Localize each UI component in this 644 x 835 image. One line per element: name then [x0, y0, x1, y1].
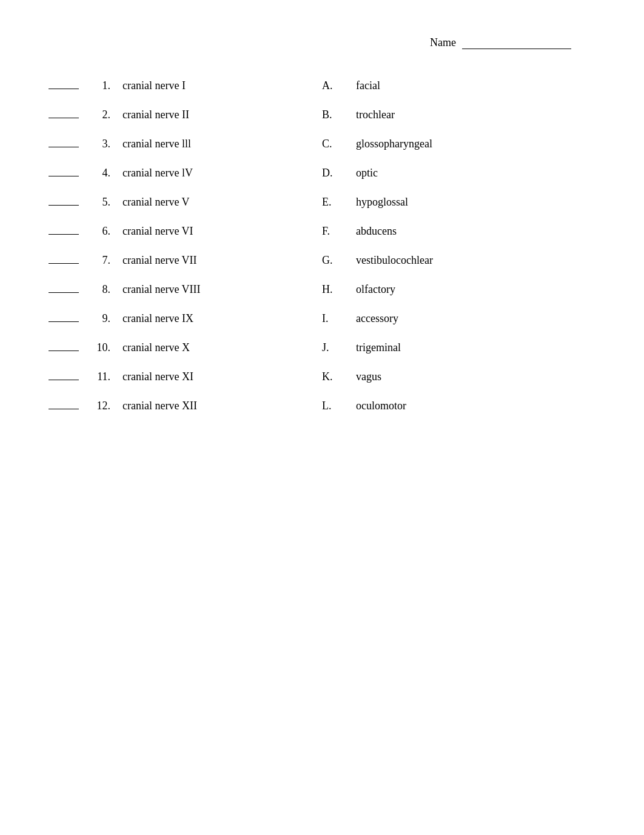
table-row: 8.cranial nerve VIII	[49, 277, 322, 306]
nerve-name: cranial nerve X	[122, 341, 322, 354]
item-number: 7.	[89, 254, 110, 267]
list-item: B.trochlear	[322, 102, 595, 132]
answer-blank[interactable]	[49, 234, 79, 235]
item-number: 11.	[89, 371, 110, 383]
table-row: 10.cranial nerve X	[49, 335, 322, 364]
table-row: 11.cranial nerve XI	[49, 364, 322, 394]
list-item: G.vestibulocochlear	[322, 248, 595, 277]
answer-letter: B.	[322, 109, 344, 121]
answer-name: optic	[356, 167, 595, 179]
item-number: 5.	[89, 196, 110, 209]
nerve-name: cranial nerve XII	[122, 400, 322, 412]
answer-blank[interactable]	[49, 350, 79, 351]
answer-blank[interactable]	[49, 118, 79, 118]
table-row: 1.cranial nerve I	[49, 73, 322, 102]
answer-blank[interactable]	[49, 147, 79, 147]
list-item: H.olfactory	[322, 277, 595, 306]
answer-name: accessory	[356, 312, 595, 325]
answer-name: hypoglossal	[356, 196, 595, 209]
answer-letter: C.	[322, 138, 344, 150]
list-item: D.optic	[322, 161, 595, 190]
left-column: 1.cranial nerve I2.cranial nerve II3.cra…	[49, 73, 322, 423]
answer-blank[interactable]	[49, 380, 79, 380]
answer-blank[interactable]	[49, 89, 79, 89]
answer-letter: D.	[322, 167, 344, 179]
answer-blank[interactable]	[49, 321, 79, 322]
header: Name	[49, 36, 595, 49]
answer-name: abducens	[356, 225, 595, 238]
right-column: A.facialB.trochlearC.glossopharyngealD.o…	[322, 73, 595, 423]
table-row: 5.cranial nerve V	[49, 190, 322, 219]
answer-blank[interactable]	[49, 176, 79, 176]
list-item: F.abducens	[322, 219, 595, 248]
table-row: 12.cranial nerve XII	[49, 394, 322, 423]
answer-letter: H.	[322, 283, 344, 296]
table-row: 3.cranial nerve lll	[49, 132, 322, 161]
nerve-name: cranial nerve XI	[122, 371, 322, 383]
item-number: 1.	[89, 79, 110, 92]
answer-letter: A.	[322, 79, 344, 92]
answer-name: glossopharyngeal	[356, 138, 595, 150]
table-row: 6.cranial nerve VI	[49, 219, 322, 248]
nerve-name: cranial nerve II	[122, 109, 322, 121]
answer-letter: L.	[322, 400, 344, 412]
item-number: 9.	[89, 312, 110, 325]
answer-name: trigeminal	[356, 341, 595, 354]
answer-name: olfactory	[356, 283, 595, 296]
list-item: A.facial	[322, 73, 595, 102]
answer-letter: F.	[322, 225, 344, 238]
name-field: Name	[430, 36, 571, 49]
answer-name: oculomotor	[356, 400, 595, 412]
nerve-name: cranial nerve VII	[122, 254, 322, 267]
nerve-name: cranial nerve I	[122, 79, 322, 92]
item-number: 3.	[89, 138, 110, 150]
item-number: 4.	[89, 167, 110, 179]
answer-name: facial	[356, 79, 595, 92]
answer-name: trochlear	[356, 109, 595, 121]
answer-blank[interactable]	[49, 205, 79, 206]
table-row: 9.cranial nerve IX	[49, 306, 322, 335]
answer-letter: I.	[322, 312, 344, 325]
list-item: K.vagus	[322, 364, 595, 394]
item-number: 8.	[89, 283, 110, 296]
list-item: L.oculomotor	[322, 394, 595, 423]
name-label: Name	[430, 36, 456, 49]
item-number: 10.	[89, 341, 110, 354]
list-item: J.trigeminal	[322, 335, 595, 364]
answer-blank[interactable]	[49, 263, 79, 264]
table-row: 4.cranial nerve lV	[49, 161, 322, 190]
nerve-name: cranial nerve V	[122, 196, 322, 209]
main-content: 1.cranial nerve I2.cranial nerve II3.cra…	[49, 73, 595, 423]
item-number: 6.	[89, 225, 110, 238]
list-item: I.accessory	[322, 306, 595, 335]
item-number: 2.	[89, 109, 110, 121]
answer-blank[interactable]	[49, 292, 79, 293]
list-item: E.hypoglossal	[322, 190, 595, 219]
name-input-line[interactable]	[462, 37, 571, 49]
answer-letter: G.	[322, 254, 344, 267]
item-number: 12.	[89, 400, 110, 412]
list-item: C.glossopharyngeal	[322, 132, 595, 161]
table-row: 2.cranial nerve II	[49, 102, 322, 132]
answer-letter: J.	[322, 341, 344, 354]
nerve-name: cranial nerve lV	[122, 167, 322, 179]
answer-name: vagus	[356, 371, 595, 383]
answer-blank[interactable]	[49, 409, 79, 409]
table-row: 7.cranial nerve VII	[49, 248, 322, 277]
nerve-name: cranial nerve VI	[122, 225, 322, 238]
answer-letter: K.	[322, 371, 344, 383]
nerve-name: cranial nerve VIII	[122, 283, 322, 296]
answer-name: vestibulocochlear	[356, 254, 595, 267]
nerve-name: cranial nerve IX	[122, 312, 322, 325]
answer-letter: E.	[322, 196, 344, 209]
nerve-name: cranial nerve lll	[122, 138, 322, 150]
